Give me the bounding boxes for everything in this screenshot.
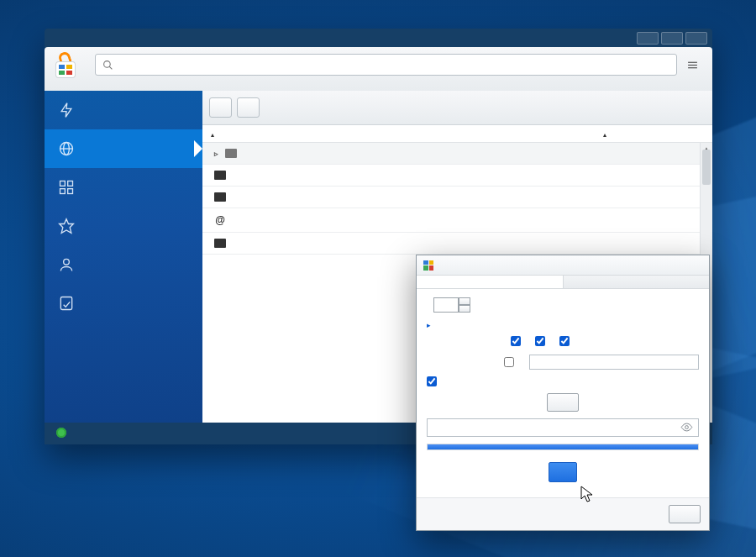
tab-password-history[interactable] — [563, 276, 710, 288]
generate-button[interactable] — [547, 393, 579, 412]
password-generator-dialog — [416, 255, 710, 531]
search-icon — [102, 60, 113, 71]
list-header: ▴ ▴ — [202, 125, 712, 143]
additional-options-toggle[interactable] — [427, 319, 431, 329]
travel-icon — [214, 239, 226, 248]
svg-rect-10 — [60, 189, 66, 194]
sidebar-item-app-accounts[interactable] — [45, 168, 202, 207]
shopping-icon — [214, 171, 226, 180]
window-close-button[interactable] — [685, 32, 707, 45]
svg-point-15 — [685, 425, 689, 428]
at-icon: @ — [214, 214, 226, 226]
svg-rect-11 — [68, 189, 73, 194]
checkbox-lowercase[interactable] — [535, 336, 549, 346]
generated-password-field[interactable] — [433, 423, 680, 433]
folder-icon — [225, 149, 237, 158]
column-login[interactable]: ▴ — [603, 129, 704, 139]
star-icon — [58, 218, 75, 234]
person-icon — [58, 256, 75, 273]
window-titlebar — [45, 29, 712, 47]
window-minimize-button[interactable] — [637, 32, 659, 45]
group-productivity-tools[interactable]: ▹ — [202, 143, 712, 165]
password-length-input[interactable] — [433, 297, 459, 313]
sidebar-item-secure-memos[interactable] — [45, 284, 202, 323]
spin-up-button[interactable] — [459, 297, 470, 305]
eye-icon — [680, 421, 693, 434]
tab-password-generator[interactable] — [417, 276, 563, 288]
group-travel[interactable] — [202, 233, 712, 255]
strength-meter — [427, 444, 699, 450]
chevron-right-icon: ▹ — [214, 150, 218, 158]
window-maximize-button[interactable] — [661, 32, 683, 45]
column-website[interactable]: ▴ — [211, 129, 603, 139]
svg-point-0 — [104, 60, 111, 67]
svg-rect-8 — [60, 181, 66, 187]
svg-line-1 — [109, 66, 112, 69]
bolt-icon — [58, 102, 75, 118]
social-icon — [214, 192, 226, 202]
sidebar-item-web-accounts[interactable] — [45, 129, 202, 168]
app-icon — [423, 260, 433, 271]
scroll-thumb[interactable] — [702, 150, 711, 185]
grid-icon — [58, 179, 75, 196]
close-button[interactable] — [669, 505, 701, 523]
svg-point-13 — [64, 259, 70, 265]
menu-button[interactable] — [687, 60, 702, 70]
password-length-spinner[interactable] — [433, 297, 470, 313]
globe-icon — [58, 140, 75, 157]
menu-icon — [687, 60, 698, 70]
sync-status — [56, 428, 71, 439]
note-icon — [58, 295, 75, 312]
add-group-button[interactable] — [237, 97, 260, 118]
checkbox-symbols[interactable] — [504, 357, 514, 367]
content-toolbar — [202, 91, 712, 125]
dialog-titlebar — [417, 255, 709, 276]
symbols-sample-input[interactable] — [529, 355, 699, 370]
svg-marker-12 — [60, 219, 74, 234]
sidebar-item-bookmarks[interactable] — [45, 207, 202, 245]
brand-logo — [56, 52, 81, 77]
place-to-clipboard-button[interactable] — [549, 462, 577, 482]
group-shopping[interactable] — [202, 165, 712, 187]
sidebar — [45, 91, 202, 423]
search-input[interactable] — [95, 54, 677, 76]
sidebar-item-quick-access[interactable] — [45, 91, 202, 129]
group-subscription[interactable]: @ — [202, 208, 712, 233]
sync-indicator-icon — [56, 428, 66, 438]
svg-rect-9 — [68, 181, 73, 187]
group-social-networks[interactable] — [202, 187, 712, 208]
sidebar-item-identities[interactable] — [45, 245, 202, 284]
spin-down-button[interactable] — [459, 305, 470, 313]
lock-icon — [56, 52, 75, 77]
reveal-password-button[interactable] — [680, 421, 693, 435]
checkbox-exclude-similar[interactable] — [427, 376, 440, 386]
add-account-button[interactable] — [209, 97, 232, 118]
checkbox-digits[interactable] — [559, 336, 573, 346]
checkbox-uppercase[interactable] — [511, 336, 524, 346]
svg-rect-14 — [60, 297, 71, 310]
